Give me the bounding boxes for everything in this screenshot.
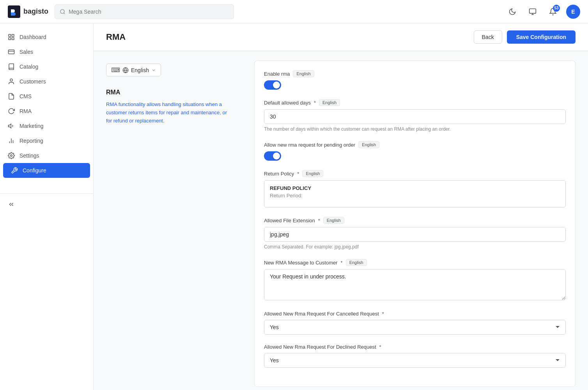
allowed-file-extension-badge: English xyxy=(323,217,344,224)
svg-marker-9 xyxy=(9,124,11,128)
declined-request-select[interactable]: Yes No xyxy=(264,353,566,368)
main-content: Dashboard Sales Catalog Customers xyxy=(0,23,588,390)
policy-title: REFUND POLICY xyxy=(270,185,560,191)
svg-rect-4 xyxy=(12,34,14,36)
language-label: English xyxy=(131,67,149,73)
allow-new-rma-field: Allow new rma request for pending order … xyxy=(264,141,566,161)
sidebar-collapse-button[interactable] xyxy=(0,197,93,212)
section-title: RMA xyxy=(106,89,229,96)
form-card: Enable rma English Default allowed days xyxy=(254,60,576,387)
default-allowed-days-field: Default allowed days * English The numbe… xyxy=(264,99,566,132)
return-policy-label: Return Policy xyxy=(264,171,294,177)
sidebar: Dashboard Sales Catalog Customers xyxy=(0,23,94,390)
collapse-icon xyxy=(8,201,15,208)
svg-rect-7 xyxy=(9,50,14,54)
sidebar-item-catalog[interactable]: Catalog xyxy=(0,59,93,74)
file-icon xyxy=(8,93,15,100)
enable-rma-field: Enable rma English xyxy=(264,70,566,90)
refresh-icon xyxy=(8,108,15,115)
allow-new-rma-toggle[interactable] xyxy=(264,151,281,161)
sidebar-item-rma[interactable]: RMA xyxy=(0,104,93,119)
language-selector[interactable]: ⌨ English xyxy=(106,64,161,76)
new-rma-message-badge: English xyxy=(346,259,367,266)
back-button[interactable]: Back xyxy=(474,30,502,44)
return-policy-box[interactable]: REFUND POLICY Return Period: xyxy=(264,180,566,207)
content-header: RMA Back Save Configuration xyxy=(94,23,588,51)
allow-new-rma-label: Allow new rma request for pending order xyxy=(264,142,355,148)
new-rma-message-textarea[interactable]: Your Request in under process. xyxy=(264,269,566,300)
chevron-down-icon xyxy=(151,68,156,73)
sidebar-item-configure[interactable]: Configure xyxy=(3,163,90,178)
sidebar-item-dashboard[interactable]: Dashboard xyxy=(0,30,93,44)
notifications-button[interactable]: 53 xyxy=(546,5,560,19)
left-panel: ⌨ English RMA RMA functionality allows h… xyxy=(94,51,242,390)
logo-text: bagisto xyxy=(23,7,48,16)
sidebar-item-marketing[interactable]: Marketing xyxy=(0,119,93,133)
sidebar-label-rma: RMA xyxy=(19,108,32,114)
sidebar-label-dashboard: Dashboard xyxy=(19,34,46,40)
new-rma-message-field: New RMA Message to Customer * English Yo… xyxy=(264,259,566,301)
avatar[interactable]: E xyxy=(566,5,580,19)
logo: bagisto xyxy=(8,5,48,18)
svg-rect-3 xyxy=(9,34,11,36)
svg-rect-6 xyxy=(9,38,11,40)
sidebar-item-sales[interactable]: Sales xyxy=(0,44,93,59)
allowed-file-extension-input[interactable] xyxy=(264,227,566,242)
top-bar: bagisto 53 xyxy=(0,0,588,23)
sidebar-label-marketing: Marketing xyxy=(19,123,43,129)
svg-point-1 xyxy=(60,9,64,13)
sidebar-label-configure: Configure xyxy=(23,167,46,174)
speaker-icon xyxy=(8,122,15,129)
sidebar-label-customers: Customers xyxy=(19,78,46,85)
top-bar-actions: 53 E xyxy=(505,5,580,19)
return-policy-field: Return Policy * English REFUND POLICY Re… xyxy=(264,170,566,207)
theme-toggle-button[interactable] xyxy=(505,5,519,19)
tag-icon xyxy=(8,48,15,55)
sidebar-label-cms: CMS xyxy=(19,93,32,99)
new-rma-message-label: New RMA Message to Customer xyxy=(264,260,338,266)
policy-subtitle: Return Period: xyxy=(270,193,560,199)
declined-request-label: Allowed New Rma Request For Declined Req… xyxy=(264,344,376,350)
cancelled-request-field: Allowed New Rma Request For Cancelled Re… xyxy=(264,311,566,335)
book-icon xyxy=(8,63,15,70)
notification-count: 53 xyxy=(553,5,560,12)
search-box[interactable] xyxy=(55,4,234,19)
sidebar-item-reporting[interactable]: Reporting xyxy=(0,133,93,148)
chart-icon xyxy=(8,137,15,144)
content-area: RMA Back Save Configuration ⌨ English xyxy=(94,23,588,390)
cancelled-request-label: Allowed New Rma Request For Cancelled Re… xyxy=(264,311,379,317)
svg-point-13 xyxy=(11,155,12,157)
sidebar-label-reporting: Reporting xyxy=(19,138,43,144)
monitor-button[interactable] xyxy=(526,5,540,19)
search-input[interactable] xyxy=(69,9,229,15)
default-allowed-days-input[interactable] xyxy=(264,109,566,124)
gear-icon xyxy=(8,152,15,159)
moon-icon xyxy=(508,8,516,16)
section-desc: RMA functionality allows handling situat… xyxy=(106,101,229,125)
svg-rect-5 xyxy=(12,38,14,40)
search-icon xyxy=(60,9,66,15)
return-policy-badge: English xyxy=(302,170,323,177)
save-configuration-button[interactable]: Save Configuration xyxy=(507,30,576,44)
sidebar-label-settings: Settings xyxy=(19,152,39,159)
person-icon xyxy=(8,78,15,85)
svg-point-8 xyxy=(10,79,12,81)
default-allowed-days-label: Default allowed days xyxy=(264,100,311,106)
allowed-file-extension-hint: Comma Separated. For example: jpg,jpeg,p… xyxy=(264,244,566,250)
allowed-file-extension-label: Allowed File Extension xyxy=(264,218,315,223)
monitor-icon xyxy=(529,8,537,16)
page-title: RMA xyxy=(106,32,126,42)
wrench-icon xyxy=(11,167,18,174)
allowed-file-extension-field: Allowed File Extension * English Comma S… xyxy=(264,217,566,250)
language-globe-icon xyxy=(122,67,129,73)
sidebar-label-catalog: Catalog xyxy=(19,64,38,70)
cancelled-request-select[interactable]: Yes No xyxy=(264,320,566,335)
enable-rma-toggle[interactable] xyxy=(264,80,281,90)
default-allowed-days-badge: English xyxy=(319,99,340,106)
sidebar-item-settings[interactable]: Settings xyxy=(0,148,93,163)
sidebar-item-customers[interactable]: Customers xyxy=(0,74,93,89)
header-actions: Back Save Configuration xyxy=(474,30,576,44)
enable-rma-label: Enable rma xyxy=(264,71,290,77)
sidebar-item-cms[interactable]: CMS xyxy=(0,89,93,104)
svg-rect-2 xyxy=(530,9,536,13)
